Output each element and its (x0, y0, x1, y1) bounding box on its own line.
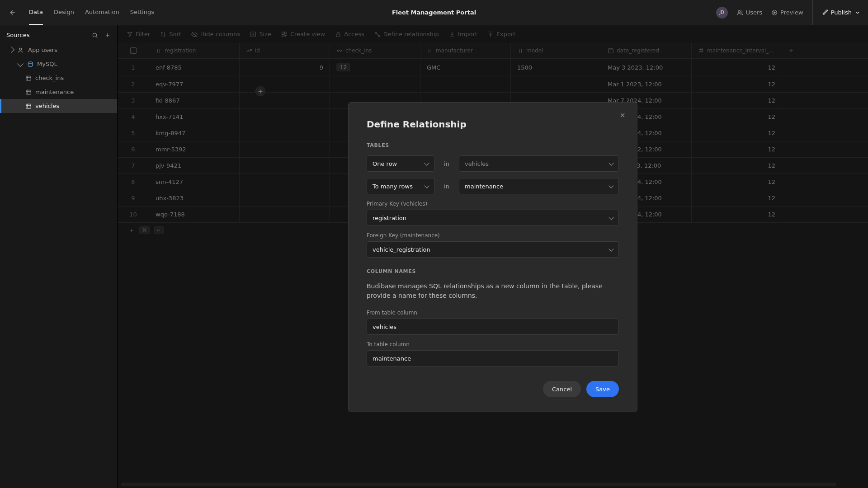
nav-tab-data[interactable]: Data (29, 0, 43, 25)
rocket-icon (822, 9, 828, 16)
to-col-field: To table column maintenance (367, 341, 619, 366)
from-col-input[interactable]: vehicles (367, 319, 619, 335)
section-columns-label: COLUMN NAMES (367, 268, 619, 274)
preview-button[interactable]: Preview (771, 9, 803, 16)
sidebar-item-label: check_ins (35, 75, 64, 81)
save-button[interactable]: Save (586, 381, 619, 397)
source-tree: App users MySQL check_ins maintenance ve… (0, 43, 117, 113)
modal-title: Define Relationship (367, 119, 619, 130)
mysql-icon (27, 61, 33, 67)
chevron-down-icon (609, 215, 613, 220)
chevron-down-icon (854, 9, 861, 16)
arrow-left-icon (9, 9, 16, 16)
sidebar-item-label: MySQL (37, 61, 57, 67)
sidebar-item-label: maintenance (35, 89, 74, 95)
nav-tabs: Data Design Automation Settings (29, 0, 154, 25)
nav-tab-design[interactable]: Design (54, 0, 74, 25)
sidebar-item-mysql[interactable]: MySQL (0, 57, 117, 71)
section-tables-label: TABLES (367, 142, 619, 148)
nav-tab-settings[interactable]: Settings (130, 0, 154, 25)
from-table-value: vehicles (465, 160, 489, 167)
modal-actions: Cancel Save (367, 381, 619, 397)
chevron-down-icon (424, 183, 429, 188)
chevron-down-icon (17, 60, 24, 66)
from-col-field: From table column vehicles (367, 310, 619, 335)
to-col-value: maintenance (373, 355, 411, 362)
plus-icon[interactable] (104, 32, 111, 38)
users-icon (737, 9, 743, 16)
from-col-value: vehicles (373, 324, 396, 330)
pk-value: registration (373, 215, 406, 221)
back-button[interactable] (7, 7, 18, 18)
table-icon (25, 75, 32, 81)
columns-description: Budibase manages SQL relationships as a … (367, 282, 619, 300)
to-type-select[interactable]: To many rows (367, 178, 434, 194)
users-icon (18, 47, 24, 53)
search-icon[interactable] (92, 32, 98, 38)
svg-point-3 (19, 48, 22, 50)
fk-label: Foreign Key (maintenance) (367, 232, 619, 239)
sidebar-item-label: App users (28, 47, 57, 53)
publish-label: Publish (831, 9, 852, 16)
chevron-down-icon (424, 160, 429, 165)
chevron-down-icon (609, 160, 613, 165)
define-relationship-modal: Define Relationship TABLES One row in ve… (348, 102, 637, 412)
sidebar-item-vehicles[interactable]: vehicles (0, 99, 117, 113)
chevron-down-icon (609, 246, 613, 251)
svg-rect-6 (26, 104, 31, 108)
table-icon (25, 103, 32, 109)
sidebar-item-app-users[interactable]: App users (0, 43, 117, 57)
in-label: in (443, 183, 450, 190)
to-col-label: To table column (367, 341, 619, 347)
svg-rect-4 (26, 76, 31, 80)
app-title: Fleet Management Portal (392, 9, 476, 16)
fk-select[interactable]: vehicle_registration (367, 241, 619, 258)
modal-close-button[interactable] (619, 112, 626, 119)
cancel-button[interactable]: Cancel (543, 381, 581, 397)
table-icon (25, 89, 32, 95)
users-button[interactable]: Users (737, 9, 762, 16)
chevron-right-icon (8, 46, 14, 52)
sidebar-title: Sources (6, 32, 29, 38)
modal-backdrop: Define Relationship TABLES One row in ve… (118, 25, 868, 488)
svg-point-0 (738, 10, 741, 13)
sidebar: Sources App users MySQL check_ins (0, 25, 118, 488)
in-label: in (443, 160, 450, 167)
fk-value: vehicle_registration (373, 246, 430, 253)
from-type-select[interactable]: One row (367, 155, 434, 172)
users-label: Users (746, 9, 762, 16)
publish-button[interactable]: Publish (822, 9, 861, 16)
chevron-down-icon (609, 183, 613, 188)
sidebar-header-actions (92, 32, 111, 38)
pk-field: Primary Key (vehicles) registration (367, 201, 619, 226)
sidebar-item-label: vehicles (35, 103, 59, 109)
to-type-value: To many rows (373, 183, 413, 190)
preview-label: Preview (780, 9, 803, 16)
sidebar-item-maintenance[interactable]: maintenance (0, 85, 117, 99)
from-table-select[interactable]: vehicles (459, 155, 619, 172)
svg-point-2 (93, 33, 96, 37)
fk-field: Foreign Key (maintenance) vehicle_regist… (367, 232, 619, 258)
to-col-input[interactable]: maintenance (367, 350, 619, 366)
from-col-label: From table column (367, 310, 619, 316)
topbar-separator (812, 0, 813, 25)
play-icon (771, 9, 778, 16)
from-type-value: One row (373, 160, 397, 167)
pk-label: Primary Key (vehicles) (367, 201, 619, 207)
to-row: To many rows in maintenance (367, 178, 619, 194)
topbar: Data Design Automation Settings Fleet Ma… (0, 0, 868, 25)
to-table-select[interactable]: maintenance (459, 178, 619, 194)
topbar-right: JD Users Preview Publish (716, 0, 861, 25)
sidebar-item-checkins[interactable]: check_ins (0, 71, 117, 85)
pk-select[interactable]: registration (367, 210, 619, 226)
avatar[interactable]: JD (716, 7, 728, 19)
nav-tab-automation[interactable]: Automation (85, 0, 119, 25)
svg-rect-5 (26, 90, 31, 94)
close-icon (619, 112, 626, 119)
from-row: One row in vehicles (367, 155, 619, 172)
sidebar-header: Sources (0, 25, 117, 43)
to-table-value: maintenance (465, 183, 503, 190)
main: Sources App users MySQL check_ins (0, 25, 868, 488)
content: Filter Sort Hide columns Size Create vie… (118, 25, 868, 488)
